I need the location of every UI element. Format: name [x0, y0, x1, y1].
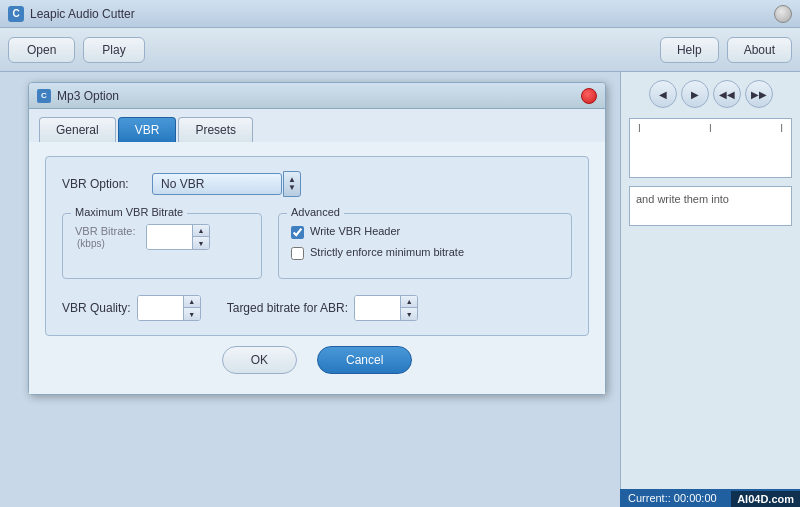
modal-titlebar: C Mp3 Option — [29, 83, 605, 109]
modal-icon: C — [37, 89, 51, 103]
abr-label: Targed bitrate for ABR: — [227, 301, 348, 315]
transport-controls: ◀ ▶ ◀◀ ▶▶ — [629, 80, 792, 108]
prev-button[interactable]: ◀ — [649, 80, 677, 108]
right-panel: ◀ ▶ ◀◀ ▶▶ I I I and write them into Curr… — [620, 72, 800, 507]
modal-content: VBR Option: No VBR VBR ABR ▲ ▼ — [29, 142, 605, 394]
vbr-quality-spinbox: 7 ▲ ▼ — [137, 295, 201, 321]
app-icon: C — [8, 6, 24, 22]
waveform-ticks: I I I — [630, 119, 791, 138]
modal-close-button[interactable] — [581, 88, 597, 104]
vbr-option-label: VBR Option: — [62, 177, 142, 191]
max-vbr-bitrate-label: Maximum VBR Bitrate — [71, 206, 187, 218]
fast-forward-button[interactable]: ▶▶ — [745, 80, 773, 108]
open-button[interactable]: Open — [8, 37, 75, 63]
title-bar-left: C Leapic Audio Cutter — [8, 6, 135, 22]
abr-down[interactable]: ▼ — [401, 308, 417, 320]
abr-row: Targed bitrate for ABR: 128 ▲ ▼ — [227, 295, 418, 321]
window-control[interactable] — [774, 5, 792, 23]
about-button[interactable]: About — [727, 37, 792, 63]
vbr-bitrate-label: VBR Bitrate: (kbps) — [75, 225, 140, 249]
title-bar: C Leapic Audio Cutter — [0, 0, 800, 28]
main-area: ◀ ▶ ◀◀ ▶▶ I I I and write them into Curr… — [0, 72, 800, 507]
advanced-group: Advanced Write VBR Header Strictly enfor… — [278, 213, 572, 279]
vbr-quality-down[interactable]: ▼ — [184, 308, 200, 320]
strictly-enforce-row: Strictly enforce minimum bitrate — [291, 245, 559, 260]
vbr-bitrate-up[interactable]: ▲ — [193, 225, 209, 237]
ok-button[interactable]: OK — [222, 346, 297, 374]
write-vbr-header-checkbox[interactable] — [291, 226, 304, 239]
cancel-button[interactable]: Cancel — [317, 346, 412, 374]
write-vbr-header-row: Write VBR Header — [291, 224, 559, 239]
dialog-buttons: OK Cancel — [45, 336, 589, 378]
vbr-quality-up[interactable]: ▲ — [184, 296, 200, 308]
tab-presets[interactable]: Presets — [178, 117, 253, 142]
max-vbr-bitrate-group: Maximum VBR Bitrate VBR Bitrate: (kbps) … — [62, 213, 262, 279]
toolbar: Open Play Help About — [0, 28, 800, 72]
vbr-bitrate-arrows: ▲ ▼ — [192, 225, 209, 249]
write-vbr-header-label[interactable]: Write VBR Header — [310, 224, 400, 238]
vbr-quality-label: VBR Quality: — [62, 301, 131, 315]
vbr-select-wrapper: No VBR VBR ABR ▲ ▼ — [152, 171, 301, 197]
waveform-area: I I I — [629, 118, 792, 178]
vbr-bitrate-spinbox: 192 ▲ ▼ — [146, 224, 210, 250]
abr-spinbox: 128 ▲ ▼ — [354, 295, 418, 321]
vbr-quality-row: VBR Quality: 7 ▲ ▼ — [62, 295, 201, 321]
tab-vbr[interactable]: VBR — [118, 117, 177, 142]
play-button[interactable]: Play — [83, 37, 144, 63]
vbr-option-select[interactable]: No VBR VBR ABR — [152, 173, 282, 195]
modal-title: Mp3 Option — [57, 89, 119, 103]
vbr-option-row: VBR Option: No VBR VBR ABR ▲ ▼ — [62, 171, 572, 197]
vbr-bitrate-row: VBR Bitrate: (kbps) 192 ▲ ▼ — [75, 224, 249, 250]
vbr-quality-arrows: ▲ ▼ — [183, 296, 200, 320]
vbr-bitrate-input[interactable]: 192 — [147, 225, 192, 249]
toolbar-right: Help About — [660, 37, 792, 63]
vbr-bitrate-down[interactable]: ▼ — [193, 237, 209, 249]
vbr-quality-input[interactable]: 7 — [138, 296, 183, 320]
tab-general[interactable]: General — [39, 117, 116, 142]
advanced-group-label: Advanced — [287, 206, 344, 218]
tick-3: I — [780, 123, 783, 134]
content-box: VBR Option: No VBR VBR ABR ▲ ▼ — [45, 156, 589, 336]
mp3-option-dialog: C Mp3 Option General VBR Presets VB — [28, 82, 606, 395]
watermark: AI04D.com — [731, 491, 800, 507]
bottom-row: VBR Quality: 7 ▲ ▼ Targed bitrate for AB… — [62, 295, 572, 321]
modal-title-left: C Mp3 Option — [37, 89, 119, 103]
rewind-button[interactable]: ◀◀ — [713, 80, 741, 108]
abr-up[interactable]: ▲ — [401, 296, 417, 308]
tick-2: I — [709, 123, 712, 134]
app-title: Leapic Audio Cutter — [30, 7, 135, 21]
two-columns: Maximum VBR Bitrate VBR Bitrate: (kbps) … — [62, 213, 572, 279]
modal-tabs: General VBR Presets — [29, 109, 605, 142]
abr-input[interactable]: 128 — [355, 296, 400, 320]
strictly-enforce-label[interactable]: Strictly enforce minimum bitrate — [310, 245, 464, 259]
select-arrow-icon[interactable]: ▲ ▼ — [283, 171, 301, 197]
strictly-enforce-checkbox[interactable] — [291, 247, 304, 260]
abr-arrows: ▲ ▼ — [400, 296, 417, 320]
tick-1: I — [638, 123, 641, 134]
help-button[interactable]: Help — [660, 37, 719, 63]
next-button[interactable]: ▶ — [681, 80, 709, 108]
side-text: and write them into — [629, 186, 792, 226]
